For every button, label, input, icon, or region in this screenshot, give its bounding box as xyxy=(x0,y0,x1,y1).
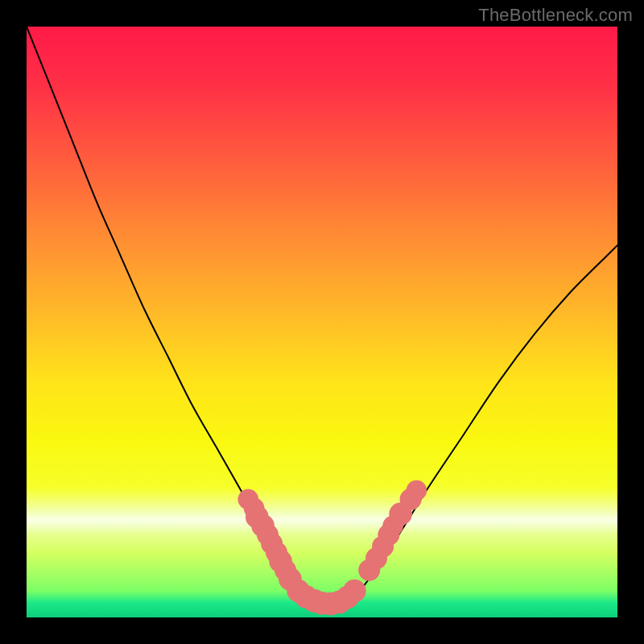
plot-area xyxy=(27,27,617,617)
gradient-background xyxy=(27,27,617,617)
chart-frame: TheBottleneck.com xyxy=(0,0,644,644)
watermark-text: TheBottleneck.com xyxy=(478,5,633,26)
plot-svg xyxy=(27,27,617,617)
data-dot xyxy=(407,480,427,501)
data-dot xyxy=(343,580,366,603)
